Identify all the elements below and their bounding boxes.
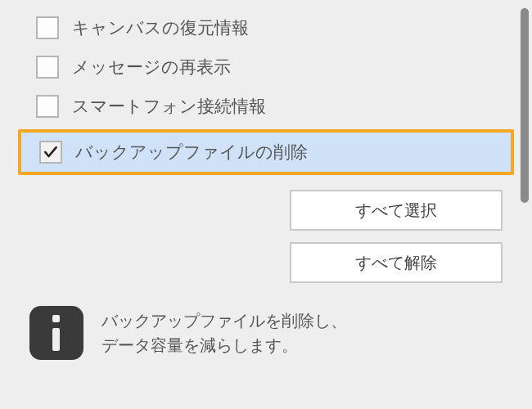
checkbox[interactable] — [36, 95, 59, 118]
checkbox[interactable] — [36, 56, 59, 79]
info-line-1: バックアップファイルを削除し、 — [101, 308, 347, 333]
info-panel: バックアップファイルを削除し、 データ容量を減らします。 — [0, 283, 532, 360]
info-text: バックアップファイルを削除し、 データ容量を減らします。 — [101, 308, 347, 357]
checkbox-checked[interactable] — [39, 141, 62, 164]
option-label: スマートフォン接続情報 — [72, 95, 266, 118]
option-label: バックアップファイルの削除 — [75, 141, 308, 164]
button-group: すべて選択 すべて解除 — [0, 190, 532, 283]
scrollbar-thumb[interactable] — [521, 8, 529, 203]
info-line-2: データ容量を減らします。 — [101, 333, 347, 357]
deselect-all-button[interactable]: すべて解除 — [290, 242, 503, 283]
select-all-button[interactable]: すべて選択 — [290, 190, 503, 231]
options-list: キャンバスの復元情報 メッセージの再表示 スマートフォン接続情報 バックアップフ… — [0, 0, 532, 175]
option-row-smartphone-connection[interactable]: スマートフォン接続情報 — [0, 87, 532, 126]
option-row-delete-backup[interactable]: バックアップファイルの削除 — [18, 129, 514, 175]
option-row-canvas-restore[interactable]: キャンバスの復元情報 — [0, 8, 532, 47]
checkbox[interactable] — [36, 16, 59, 39]
check-icon — [43, 144, 59, 160]
option-label: キャンバスの復元情報 — [72, 16, 249, 39]
info-icon — [29, 306, 83, 360]
option-row-message-redisplay[interactable]: メッセージの再表示 — [0, 47, 532, 87]
option-label: メッセージの再表示 — [72, 56, 231, 79]
